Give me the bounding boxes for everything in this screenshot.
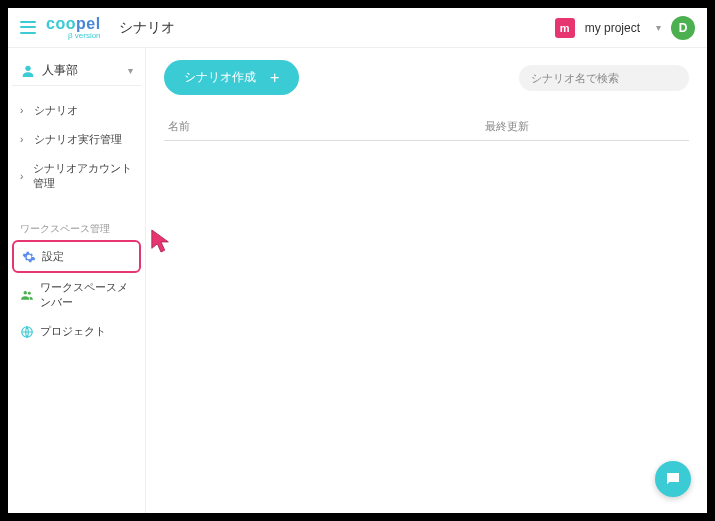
topbar-right: m my project ▾ D: [555, 16, 695, 40]
sidebar-item-label: シナリオ: [34, 103, 78, 118]
sidebar-item-label: シナリオ実行管理: [34, 132, 122, 147]
column-updated: 最終更新: [485, 119, 685, 134]
sidebar-item-scenario[interactable]: › シナリオ: [12, 96, 141, 125]
sidebar-item-label: 設定: [42, 249, 64, 264]
sidebar-item-label: シナリオアカウント管理: [33, 161, 133, 191]
svg-point-1: [24, 291, 28, 295]
project-badge[interactable]: m: [555, 18, 575, 38]
chevron-down-icon[interactable]: ▾: [656, 22, 661, 33]
page-title: シナリオ: [119, 19, 175, 37]
table-header: 名前 最終更新: [164, 113, 689, 141]
people-icon: [20, 288, 34, 302]
button-label: シナリオ作成: [184, 69, 256, 86]
search-field[interactable]: [519, 65, 689, 91]
person-icon: [20, 63, 36, 79]
avatar[interactable]: D: [671, 16, 695, 40]
main-toolbar: シナリオ作成 +: [164, 60, 689, 95]
chat-fab[interactable]: [655, 461, 691, 497]
sidebar: 人事部 ▾ › シナリオ › シナリオ実行管理 › シナリオアカウント管理 ワー…: [8, 48, 146, 513]
sidebar-item-project[interactable]: プロジェクト: [12, 317, 141, 346]
chat-icon: [664, 470, 682, 488]
main-content: シナリオ作成 + 名前 最終更新: [146, 48, 707, 513]
create-scenario-button[interactable]: シナリオ作成 +: [164, 60, 299, 95]
project-name[interactable]: my project: [585, 21, 640, 35]
hamburger-icon[interactable]: [20, 20, 36, 36]
sidebar-item-scenario-run[interactable]: › シナリオ実行管理: [12, 125, 141, 154]
sidebar-item-scenario-account[interactable]: › シナリオアカウント管理: [12, 154, 141, 198]
gear-icon: [22, 250, 36, 264]
sidebar-item-label: プロジェクト: [40, 324, 106, 339]
svg-point-0: [25, 65, 30, 70]
sidebar-item-members[interactable]: ワークスペースメンバー: [12, 273, 141, 317]
top-bar: coopel β version シナリオ m my project ▾ D: [8, 8, 707, 48]
globe-icon: [20, 325, 34, 339]
section-label: ワークスペース管理: [12, 216, 141, 240]
chevron-right-icon: ›: [20, 105, 28, 116]
sidebar-item-settings[interactable]: 設定: [12, 240, 141, 273]
svg-point-2: [28, 292, 31, 295]
search-input[interactable]: [531, 72, 669, 84]
plus-icon: +: [270, 70, 279, 86]
chevron-right-icon: ›: [20, 134, 28, 145]
workspace-name: 人事部: [42, 62, 122, 79]
workspace-selector[interactable]: 人事部 ▾: [12, 56, 141, 86]
app-window: coopel β version シナリオ m my project ▾ D 人…: [8, 8, 707, 513]
logo[interactable]: coopel β version: [46, 16, 101, 40]
chevron-right-icon: ›: [20, 171, 27, 182]
sidebar-item-label: ワークスペースメンバー: [40, 280, 133, 310]
column-name: 名前: [168, 119, 485, 134]
chevron-down-icon: ▾: [128, 65, 133, 76]
body: 人事部 ▾ › シナリオ › シナリオ実行管理 › シナリオアカウント管理 ワー…: [8, 48, 707, 513]
